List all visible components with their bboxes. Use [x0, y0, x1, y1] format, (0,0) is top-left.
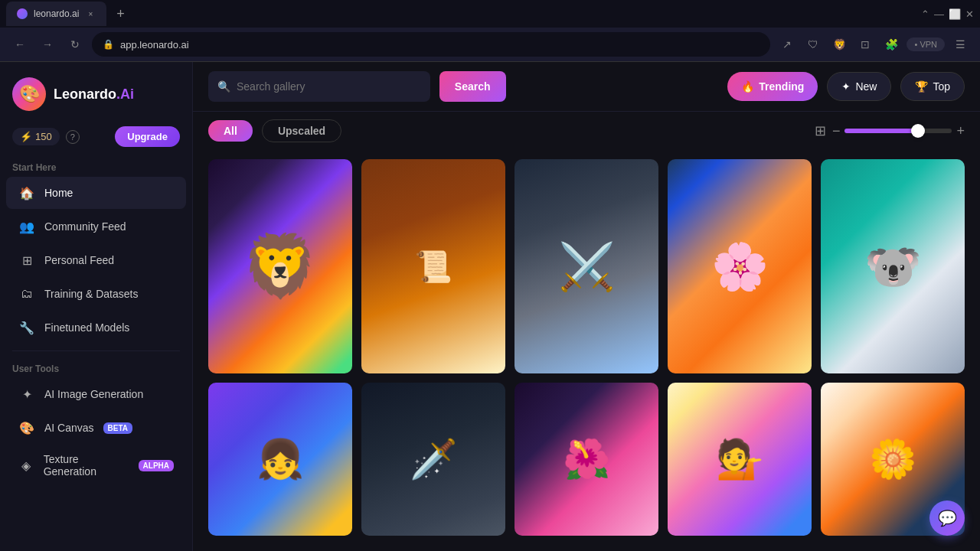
size-plus-btn[interactable]: +: [956, 123, 965, 139]
overlay-edit-btn[interactable]: ✏: [908, 165, 931, 188]
overlay-expand-btn[interactable]: ⛶: [782, 389, 805, 412]
overlay-edit-btn[interactable]: ✏: [296, 165, 318, 188]
gallery-item[interactable]: 🐨 ⊞ ✏ ⛶: [821, 159, 965, 373]
overlay-grid-btn[interactable]: ⊞: [880, 165, 903, 188]
sidebar-item-training-label: Training & Datasets: [44, 288, 138, 300]
credits-row: ⚡ 150 ? Upgrade: [0, 123, 192, 156]
grid-view-icon[interactable]: ⊞: [815, 122, 826, 139]
credits-icon: ⚡: [20, 131, 32, 142]
overlay-edit-btn[interactable]: ✏: [602, 165, 625, 188]
menu-btn[interactable]: ☰: [949, 34, 971, 55]
sidebar-item-ai-canvas[interactable]: 🎨 AI Canvas BETA: [6, 412, 186, 444]
overlay-expand-btn[interactable]: ⛶: [476, 165, 499, 188]
size-minus-btn[interactable]: −: [832, 123, 841, 139]
new-label: New: [855, 80, 877, 93]
chat-bubble[interactable]: 💬: [929, 500, 965, 536]
trending-icon: 🔥: [741, 80, 754, 93]
gallery-item[interactable]: 👧 ⊞ ✏ ⛶: [208, 383, 352, 536]
overlay-grid-btn[interactable]: ⊞: [574, 165, 597, 188]
help-icon[interactable]: ?: [66, 130, 80, 144]
gallery-item[interactable]: 🗡️ ⊞ ⛶: [361, 383, 505, 536]
gallery: 🦁 ⊞ ✏ ⛶ 📜 ⊞ ✏ ⛶ ⚔️: [193, 150, 980, 551]
sidebar-toggle[interactable]: ⊡: [854, 34, 876, 55]
overlay-expand-btn[interactable]: ⛶: [476, 389, 499, 412]
ai-image-icon: ✦: [18, 386, 35, 403]
vpn-badge[interactable]: • VPN: [906, 37, 945, 51]
overlay-edit-btn[interactable]: ✏: [755, 165, 778, 188]
alpha-badge: ALPHA: [139, 460, 174, 471]
extensions-btn[interactable]: 🧩: [880, 34, 902, 55]
maximize-btn[interactable]: ⬜: [949, 8, 961, 20]
overlay-expand-btn[interactable]: ⛶: [629, 389, 652, 412]
overlay-grid-btn[interactable]: ⊞: [421, 165, 444, 188]
gallery-item[interactable]: 🌸 ⊞ ✏ ⛶: [668, 159, 812, 373]
overlay-edit-btn[interactable]: ✏: [908, 389, 931, 412]
sidebar-item-personal-feed[interactable]: ⊞ Personal Feed: [6, 244, 186, 276]
new-tab-btn[interactable]: +: [109, 3, 131, 24]
overlay-edit-btn[interactable]: ✏: [449, 165, 472, 188]
size-slider[interactable]: [844, 129, 952, 133]
sidebar-item-home[interactable]: 🏠 Home: [6, 177, 186, 209]
overlay-grid-btn[interactable]: ⊞: [727, 389, 750, 412]
gallery-item[interactable]: 💁 ⊞ ✏ ⛶: [668, 383, 812, 536]
filter-all[interactable]: All: [208, 120, 253, 142]
sidebar-item-community-feed[interactable]: 👥 Community Feed: [6, 210, 186, 243]
sidebar-item-ai-image-label: AI Image Generation: [44, 388, 143, 400]
new-button[interactable]: ✦ New: [827, 72, 891, 101]
overlay-expand-btn[interactable]: ⛶: [936, 165, 959, 188]
overlay-grid-btn[interactable]: ⊞: [727, 165, 750, 188]
sidebar-item-finetuned-label: Finetuned Models: [44, 321, 129, 334]
tab-close-btn[interactable]: ×: [85, 8, 96, 19]
size-slider-container: − +: [832, 123, 965, 139]
gallery-item[interactable]: 🌺 ⊞ ✏ ⛶: [514, 383, 658, 536]
gallery-item[interactable]: ⚔️ ⊞ ✏ ⛶: [514, 159, 658, 373]
size-slider-thumb: [911, 124, 925, 138]
overlay-grid-btn[interactable]: ⊞: [880, 389, 903, 412]
forward-btn[interactable]: →: [37, 34, 58, 55]
address-text: app.leonardo.ai: [120, 39, 189, 51]
sidebar-item-ai-image[interactable]: ✦ AI Image Generation: [6, 378, 186, 410]
sidebar-item-training[interactable]: 🗂 Training & Datasets: [6, 278, 186, 310]
filter-upscaled[interactable]: Upscaled: [262, 119, 341, 142]
tab-favicon: [17, 8, 28, 19]
sidebar-item-texture-label: Texture Generation: [44, 453, 129, 478]
shield-btn[interactable]: 🛡: [802, 34, 824, 55]
texture-icon: ◈: [18, 457, 34, 474]
brave-icon[interactable]: 🦁: [828, 34, 850, 55]
gallery-item[interactable]: 🦁 ⊞ ✏ ⛶: [208, 159, 352, 373]
refresh-btn[interactable]: ↻: [64, 34, 86, 55]
overlay-expand-btn[interactable]: ⛶: [629, 165, 652, 188]
overlay-grid-btn[interactable]: ⊞: [574, 389, 597, 412]
active-tab[interactable]: leonardo.ai ×: [6, 2, 106, 26]
overlay-grid-btn[interactable]: ⊞: [268, 389, 291, 412]
sidebar-item-texture[interactable]: ◈ Texture Generation ALPHA: [6, 445, 186, 485]
search-input[interactable]: [237, 80, 421, 93]
search-container[interactable]: 🔍: [208, 71, 430, 102]
collapse-btn[interactable]: ⌃: [921, 8, 929, 20]
top-button[interactable]: 🏆 Top: [900, 72, 965, 101]
overlay-edit-btn[interactable]: ✏: [755, 389, 778, 412]
ai-canvas-icon: 🎨: [18, 419, 35, 436]
overlay-grid-btn[interactable]: ⊞: [449, 389, 472, 412]
search-button[interactable]: Search: [439, 71, 506, 102]
overlay-expand-btn[interactable]: ⛶: [323, 389, 346, 412]
top-label: Top: [933, 80, 950, 93]
overlay-grid-btn[interactable]: ⊞: [268, 165, 291, 188]
sidebar-item-finetuned[interactable]: 🔧 Finetuned Models: [6, 311, 186, 344]
minimize-btn[interactable]: —: [934, 8, 944, 20]
address-bar[interactable]: 🔒 app.leonardo.ai: [92, 32, 770, 57]
browser-chrome: leonardo.ai × + ⌃ — ⬜ ✕ ← → ↻ 🔒 app.leon…: [0, 0, 980, 62]
back-btn[interactable]: ←: [9, 34, 31, 55]
gallery-item[interactable]: 📜 ⊞ ✏ ⛶: [361, 159, 505, 373]
logo-avatar: 🎨: [12, 77, 46, 111]
overlay-edit-btn[interactable]: ✏: [602, 389, 625, 412]
overlay-expand-btn[interactable]: ⛶: [323, 165, 346, 188]
trending-button[interactable]: 🔥 Trending: [727, 72, 818, 101]
share-btn[interactable]: ↗: [776, 34, 798, 55]
finetuned-icon: 🔧: [18, 319, 35, 336]
overlay-expand-btn[interactable]: ⛶: [936, 389, 959, 412]
overlay-edit-btn[interactable]: ✏: [296, 389, 318, 412]
close-btn[interactable]: ✕: [965, 8, 974, 20]
upgrade-button[interactable]: Upgrade: [115, 126, 180, 147]
overlay-expand-btn[interactable]: ⛶: [782, 165, 805, 188]
